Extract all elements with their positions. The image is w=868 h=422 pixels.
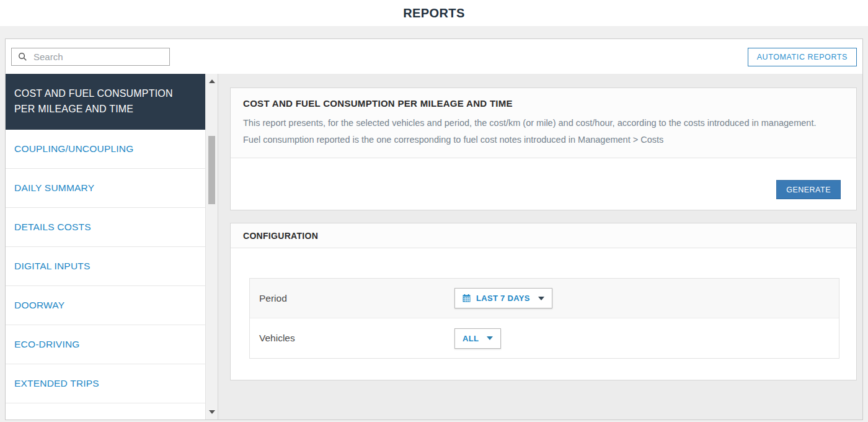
chevron-down-icon (538, 297, 544, 300)
list-item-partial[interactable] (6, 403, 205, 420)
sidebar-item-doorway[interactable]: DOORWAY (6, 286, 205, 325)
report-summary-card: COST AND FUEL CONSUMPTION PER MILEAGE AN… (230, 88, 857, 210)
configuration-title: CONFIGURATION (243, 231, 318, 241)
vehicles-row: Vehicles ALL (250, 318, 839, 358)
reports-panel: AUTOMATIC REPORTS COST AND FUEL CONSUMPT… (5, 38, 863, 420)
app-header: REPORTS (0, 0, 868, 26)
generate-button[interactable]: GENERATE (776, 180, 841, 199)
sidebar-item-daily-summary[interactable]: DAILY SUMMARY (6, 169, 205, 208)
report-summary-foot: GENERATE (231, 158, 856, 210)
report-summary-head: COST AND FUEL CONSUMPTION PER MILEAGE AN… (231, 88, 856, 158)
search-input[interactable] (33, 52, 163, 62)
sidebar-scrollbar[interactable] (205, 74, 218, 420)
report-title: COST AND FUEL CONSUMPTION PER MILEAGE AN… (243, 98, 844, 109)
sidebar-item-eco-driving[interactable]: ECO-DRIVING (6, 325, 205, 364)
report-list-sidebar: COST AND FUEL CONSUMPTION PER MILEAGE AN… (6, 74, 205, 420)
period-label: Period (259, 293, 454, 304)
sidebar-item-cost-and-fuel-consumption[interactable]: COST AND FUEL CONSUMPTION PER MILEAGE AN… (6, 74, 205, 130)
period-dropdown[interactable]: LAST 7 DAYS (454, 288, 552, 308)
scroll-down-arrow-icon[interactable] (209, 410, 215, 414)
report-description: This report presents, for the selected v… (243, 115, 820, 148)
sidebar-item-coupling-uncoupling[interactable]: COUPLING/UNCOUPLING (6, 130, 205, 169)
scroll-up-arrow-icon[interactable] (209, 79, 215, 83)
vehicles-value: ALL (463, 334, 479, 343)
vehicles-label: Vehicles (259, 333, 454, 344)
vehicles-dropdown[interactable]: ALL (454, 328, 501, 349)
automatic-reports-button[interactable]: AUTOMATIC REPORTS (748, 48, 857, 66)
calendar-icon (463, 294, 471, 302)
search-icon (18, 52, 27, 61)
sidebar-item-extended-trips[interactable]: EXTENDED TRIPS (6, 364, 205, 403)
period-row: Period (250, 279, 839, 318)
chevron-down-icon (487, 336, 493, 340)
configuration-form: Period (249, 278, 839, 359)
configuration-body: Period (231, 248, 856, 380)
configuration-head: CONFIGURATION (231, 223, 856, 248)
sidebar-item-details-costs[interactable]: DETAILS COSTS (6, 208, 205, 247)
content-row: COST AND FUEL CONSUMPTION PER MILEAGE AN… (6, 74, 862, 420)
page-title: REPORTS (403, 6, 464, 20)
configuration-card: CONFIGURATION Period (230, 223, 857, 380)
reports-toolbar: AUTOMATIC REPORTS (6, 39, 862, 74)
search-box[interactable] (11, 48, 170, 66)
scrollbar-thumb[interactable] (208, 136, 215, 204)
sidebar-item-digital-inputs[interactable]: DIGITAL INPUTS (6, 247, 205, 286)
period-value: LAST 7 DAYS (476, 294, 530, 303)
report-detail-pane: COST AND FUEL CONSUMPTION PER MILEAGE AN… (218, 74, 862, 420)
